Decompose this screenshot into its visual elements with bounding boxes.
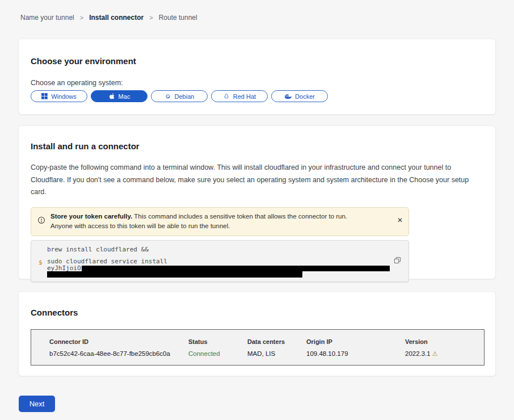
token-warning-banner: Store your token carefully. This command… [31,207,409,237]
next-button[interactable]: Next [19,396,55,412]
breadcrumb-step-name-tunnel[interactable]: Name your tunnel [20,14,74,22]
status-badge: Connected [188,350,247,358]
breadcrumb-step-route-tunnel[interactable]: Route tunnel [159,14,197,22]
docker-icon [284,93,292,99]
token-redaction-bar [82,266,390,271]
column-header-connector-id: Connector ID [49,338,188,345]
column-header-version: Version [405,338,484,345]
install-command-codeblock[interactable]: $ brew install cloudflared && sudo cloud… [31,240,409,282]
install-description: Copy-paste the following command into a … [31,162,482,199]
token-line: eyJhIjoiO [47,265,401,271]
os-button-label: Debian [175,93,195,100]
windows-icon [41,93,48,99]
origin-ip-cell: 109.48.10.179 [306,350,405,358]
breadcrumb-separator: > [149,14,153,21]
os-button-windows[interactable]: Windows [31,90,87,102]
apple-icon [108,93,115,100]
os-button-redhat[interactable]: Red Hat [211,90,268,102]
os-button-label: Docker [295,93,315,100]
os-button-docker[interactable]: Docker [271,90,328,102]
shell-prompt: $ [39,259,43,266]
column-header-status: Status [188,338,247,345]
version-warning-icon: ⚠ [432,350,438,357]
connectors-table: Connector ID Status Data centers Origin … [31,329,484,366]
info-circle-icon [37,216,45,226]
install-card: Install and run a connector Copy-paste t… [18,125,496,279]
environment-card-title: Choose your environment [31,56,483,66]
token-prefix: eyJhIjoiO [47,265,81,271]
os-button-row: Windows Mac Debian Red Hat Docker [31,90,483,102]
os-button-mac[interactable]: Mac [91,90,148,102]
data-centers-cell: MAD, LIS [247,350,306,358]
breadcrumb-step-install-connector[interactable]: Install connector [89,14,144,22]
copy-icon[interactable] [394,257,401,264]
install-card-title: Install and run a connector [31,141,483,151]
environment-card: Choose your environment Choose an operat… [18,39,496,115]
column-header-data-centers: Data centers [247,338,306,345]
token-warning-text: Store your token carefully. This command… [50,212,365,232]
version-value: 2022.3.1 [405,350,431,357]
os-select-label: Choose an operating system: [31,79,483,87]
breadcrumb: Name your tunnel > Install connector > R… [0,0,514,22]
close-icon[interactable]: ✕ [397,217,403,224]
column-header-origin-ip: Origin IP [306,338,405,345]
token-redaction-bar [47,271,302,278]
debian-icon [165,93,171,100]
command-line-2: sudo cloudflared service install [47,258,401,264]
redhat-icon [223,93,230,100]
os-button-debian[interactable]: Debian [151,90,208,102]
connector-id-cell: b7c52c42-6caa-48ee-8c77-fbe259cb6c0a [49,350,188,358]
os-button-label: Mac [119,93,130,100]
command-line-1: brew install cloudflared && [47,246,401,253]
version-cell: 2022.3.1⚠ [405,350,484,358]
os-button-label: Windows [51,93,77,100]
breadcrumb-separator: > [80,14,83,21]
os-button-label: Red Hat [233,93,256,100]
connectors-card-title: Connectors [31,308,483,317]
token-warning-title: Store your token carefully. [50,213,132,220]
connectors-card: Connectors Connector ID Status Data cent… [18,291,496,376]
